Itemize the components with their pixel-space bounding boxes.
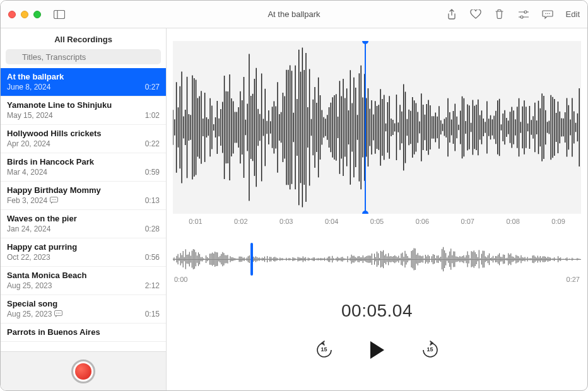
main-area: 0:010:020:030:040:050:060:070:080:09 0:0…: [167, 28, 587, 390]
waveform-overview[interactable]: [173, 245, 581, 273]
skip-forward-button[interactable]: 15: [419, 339, 442, 361]
recording-title: Parrots in Buenos Aires: [7, 327, 160, 337]
transcript-icon: [50, 197, 58, 204]
recording-title: Yamanote Line to Shinjuku: [7, 100, 160, 110]
playhead[interactable]: [365, 41, 366, 214]
ruler-tick: 0:03: [279, 218, 293, 225]
overview-end-time: 0:27: [567, 276, 580, 283]
overview-start-time: 0:00: [174, 276, 187, 283]
recording-title: Santa Monica Beach: [7, 271, 160, 280]
record-button[interactable]: [71, 359, 95, 383]
search-input[interactable]: [6, 49, 161, 64]
svg-point-14: [55, 199, 56, 200]
trash-icon[interactable]: [494, 9, 505, 20]
record-bar: [1, 351, 166, 390]
recording-duration: 0:22: [145, 139, 160, 148]
recording-item[interactable]: Special songAug 25, 20230:15: [1, 295, 166, 324]
play-button[interactable]: [366, 339, 389, 361]
time-ruler: 0:010:020:030:040:050:060:070:080:09: [173, 214, 581, 228]
edit-button[interactable]: Edit: [566, 9, 580, 19]
svg-point-13: [54, 199, 54, 200]
recording-duration: 2:12: [145, 281, 160, 290]
playback-controls: 15 15: [173, 339, 581, 361]
sidebar-toggle-icon[interactable]: [54, 9, 65, 20]
recording-date: Aug 25, 2023: [7, 281, 52, 290]
recording-item[interactable]: Hollywood Hills cricketsApr 20, 20240:22: [1, 125, 166, 153]
recording-duration: 0:27: [145, 83, 160, 91]
recording-date: Mar 4, 2024: [7, 168, 47, 177]
ruler-tick: 0:01: [189, 218, 202, 225]
recording-item[interactable]: At the ballparkJune 8, 20240:27: [1, 68, 166, 96]
svg-point-17: [58, 313, 59, 313]
svg-point-6: [545, 13, 546, 14]
recording-title: Happy Birthday Mommy: [7, 185, 160, 195]
play-icon: [370, 341, 384, 359]
transcript-icon: [54, 310, 62, 318]
recording-date: Apr 20, 2024: [7, 139, 50, 148]
ruler-tick: 0:05: [370, 218, 384, 225]
skip-back-label: 15: [313, 346, 336, 353]
fullscreen-window-button[interactable]: [33, 11, 41, 18]
svg-point-5: [520, 16, 523, 18]
app-window: At the ballpark Edit All Recordings: [0, 0, 588, 391]
recording-date: Aug 25, 2023: [7, 310, 62, 318]
close-window-button[interactable]: [8, 11, 16, 18]
recording-title: At the ballpark: [7, 72, 160, 81]
speech-bubble-icon[interactable]: [542, 9, 553, 20]
svg-point-18: [60, 313, 61, 313]
ruler-tick: 0:09: [551, 218, 565, 225]
svg-point-3: [524, 11, 527, 13]
recording-item[interactable]: Parrots in Buenos Aires: [1, 324, 166, 342]
recording-title: Birds in Hancock Park: [7, 157, 160, 166]
recording-title: Waves on the pier: [7, 214, 160, 223]
skip-back-button[interactable]: 15: [313, 339, 336, 361]
svg-point-16: [57, 313, 57, 313]
recording-duration: 1:02: [145, 111, 160, 120]
recording-date: Oct 22, 2023: [7, 253, 50, 262]
window-title: At the ballpark: [268, 9, 320, 19]
ruler-tick: 0:04: [325, 218, 338, 225]
recording-duration: 0:56: [145, 253, 160, 262]
svg-point-8: [549, 13, 550, 14]
recording-title: Happy cat purring: [7, 242, 160, 252]
recording-date: May 15, 2024: [7, 111, 53, 120]
recording-item[interactable]: Santa Monica BeachAug 25, 20232:12: [1, 267, 166, 295]
ruler-tick: 0:06: [416, 218, 429, 225]
recording-date: Jan 24, 2024: [7, 225, 50, 233]
titlebar: At the ballpark Edit: [1, 1, 587, 28]
share-icon[interactable]: [446, 9, 457, 20]
minimize-window-button[interactable]: [21, 11, 28, 18]
recording-date: Feb 3, 2024: [7, 196, 58, 205]
sliders-icon[interactable]: [518, 9, 529, 20]
window-controls: [8, 11, 41, 18]
overview-playhead[interactable]: [250, 243, 253, 276]
ruler-tick: 0:02: [234, 218, 247, 225]
skip-forward-label: 15: [419, 346, 442, 353]
recording-item[interactable]: Waves on the pierJan 24, 20240:28: [1, 210, 166, 238]
recording-duration: 0:15: [145, 310, 160, 318]
sidebar: All Recordings At the ballparkJune 8, 20…: [1, 28, 167, 390]
svg-rect-0: [54, 10, 65, 18]
record-icon: [75, 363, 91, 380]
sidebar-header: All Recordings: [1, 28, 166, 49]
recording-date: June 8, 2024: [7, 83, 50, 91]
svg-point-12: [52, 199, 52, 200]
heart-icon[interactable]: [470, 9, 481, 20]
recording-duration: 0:28: [145, 225, 160, 233]
recording-item[interactable]: Yamanote Line to ShinjukuMay 15, 20241:0…: [1, 96, 166, 125]
recording-title: Special song: [7, 299, 160, 308]
recordings-list: At the ballparkJune 8, 20240:27Yamanote …: [1, 68, 166, 351]
recording-item[interactable]: Birds in Hancock ParkMar 4, 20240:59: [1, 153, 166, 182]
current-timecode: 00:05.04: [173, 301, 581, 321]
recording-duration: 0:59: [145, 168, 160, 177]
ruler-tick: 0:07: [461, 218, 474, 225]
svg-point-7: [547, 13, 548, 14]
waveform-detail[interactable]: [173, 41, 581, 214]
recording-item[interactable]: Happy Birthday MommyFeb 3, 20240:13: [1, 182, 166, 210]
recording-title: Hollywood Hills crickets: [7, 129, 160, 138]
recording-item[interactable]: Happy cat purringOct 22, 20230:56: [1, 238, 166, 267]
ruler-tick: 0:08: [506, 218, 519, 225]
recording-duration: 0:13: [145, 196, 160, 205]
